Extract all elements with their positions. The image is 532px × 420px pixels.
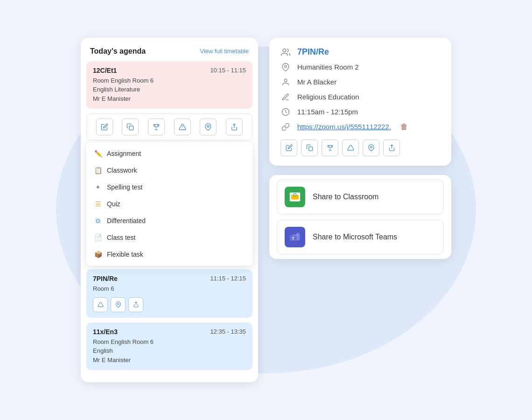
right-column: 7PIN/Re Humanities Room 2 Mr A Blacker R… xyxy=(269,38,451,259)
lesson2-alert-icon[interactable] xyxy=(93,297,108,312)
dropdown-flexible-task[interactable]: 📦 Flexible task xyxy=(86,246,252,263)
dropdown-classwork[interactable]: 📋 Classwork xyxy=(86,162,252,179)
pin-icon[interactable] xyxy=(200,119,217,135)
left-panel: Today's agenda View full timetable 12C/E… xyxy=(81,38,258,383)
quiz-icon: ☰ xyxy=(94,200,102,208)
dropdown-class-test[interactable]: 📄 Class test xyxy=(86,229,252,246)
subject-text: Religious Education xyxy=(297,93,359,101)
edit-icon[interactable] xyxy=(96,119,113,135)
lesson2-share-icon[interactable] xyxy=(128,297,143,312)
lesson-2-mini-actions xyxy=(93,297,246,312)
info-share-icon[interactable] xyxy=(383,140,400,156)
lesson-card-1: 12C/Et1 10:15 - 11:15 Room English Room … xyxy=(86,61,252,109)
lesson-1-room: Room English Room 6 xyxy=(93,76,246,85)
people-icon xyxy=(280,47,291,57)
share-to-teams-button[interactable]: T Share to Microsoft Teams xyxy=(277,220,444,254)
svg-point-4 xyxy=(207,126,209,127)
lesson-3-class: 11x/En3 xyxy=(93,328,118,336)
time-row: 11:15am - 12:15pm xyxy=(280,107,440,117)
svg-point-10 xyxy=(284,79,287,82)
lesson-1-teacher: Mr E Manister xyxy=(93,94,246,104)
location-icon xyxy=(280,62,291,72)
agenda-title: Today's agenda xyxy=(90,47,146,56)
assignment-label: Assignment xyxy=(107,150,141,157)
share-to-classroom-button[interactable]: Share to Classroom xyxy=(277,180,444,214)
dropdown-spelling-test[interactable]: ✦ Spelling test xyxy=(86,179,252,196)
flexible-task-label: Flexible task xyxy=(107,251,143,258)
svg-text:T: T xyxy=(292,236,295,240)
lesson-1-action-bar xyxy=(86,113,252,140)
class-test-label: Class test xyxy=(107,234,135,241)
info-edit-icon[interactable] xyxy=(280,140,297,156)
svg-rect-0 xyxy=(129,126,133,130)
info-pin-icon[interactable] xyxy=(363,140,379,156)
teacher-row: Mr A Blacker xyxy=(280,77,440,87)
lesson-1-class: 12C/Et1 xyxy=(93,67,117,74)
time-text: 11:15am - 12:15pm xyxy=(297,108,358,116)
room-row: Humanities Room 2 xyxy=(280,62,440,72)
info-trophy-icon[interactable] xyxy=(322,140,338,156)
classwork-icon: 📋 xyxy=(94,166,102,175)
main-container: Today's agenda View full timetable 12C/E… xyxy=(81,38,451,383)
share-card: Share to Classroom T Share to Microsoft xyxy=(269,175,451,259)
info-alert-icon[interactable] xyxy=(342,140,359,156)
svg-rect-12 xyxy=(308,147,312,151)
delete-link-icon[interactable]: 🗑 xyxy=(400,123,408,131)
microsoft-teams-icon: T xyxy=(285,227,305,247)
differentiated-icon: ⧉ xyxy=(94,217,102,225)
clock-icon xyxy=(280,107,291,117)
quiz-label: Quiz xyxy=(107,200,120,208)
google-classroom-icon xyxy=(285,187,305,207)
lesson-card-1-header: 12C/Et1 10:15 - 11:15 xyxy=(93,67,246,74)
lesson-card-2-header: 7PIN/Re 11:15 - 12:15 xyxy=(93,275,246,282)
agenda-header: Today's agenda View full timetable xyxy=(81,38,258,61)
dropdown-assignment[interactable]: ✏️ Assignment xyxy=(86,145,252,162)
share-teams-label: Share to Microsoft Teams xyxy=(313,233,397,241)
class-test-icon: 📄 xyxy=(94,233,102,242)
class-name-row: 7PIN/Re xyxy=(280,47,440,57)
share-icon[interactable] xyxy=(226,119,243,135)
svg-point-9 xyxy=(285,65,287,68)
lesson-1-subject: English Literature xyxy=(93,85,246,94)
lesson-card-3: 11x/En3 12:35 - 13:35 Room English Room … xyxy=(86,322,252,371)
spelling-test-icon: ✦ xyxy=(94,183,102,191)
person-icon xyxy=(280,77,291,87)
svg-point-6 xyxy=(117,303,119,305)
link-icon xyxy=(280,122,291,132)
lesson-2-class: 7PIN/Re xyxy=(93,275,118,282)
lesson-2-room: Room 6 xyxy=(93,284,246,294)
lesson-card-3-header: 11x/En3 12:35 - 13:35 xyxy=(93,328,246,336)
view-full-timetable-link[interactable]: View full timetable xyxy=(200,48,249,55)
lesson-3-room: Room English Room 6 xyxy=(93,337,246,347)
alert-icon[interactable] xyxy=(174,119,191,135)
lesson-card-2: 7PIN/Re 11:15 - 12:15 Room 6 xyxy=(86,269,252,318)
teacher-text: Mr A Blacker xyxy=(297,78,336,86)
zoom-row: https://zoom.us/j/5551112222. 🗑 xyxy=(280,122,440,132)
info-copy-icon[interactable] xyxy=(301,140,318,156)
lesson-2-time: 11:15 - 12:15 xyxy=(210,275,246,282)
class-info-card: 7PIN/Re Humanities Room 2 Mr A Blacker R… xyxy=(269,38,451,166)
lesson-1-time: 10:15 - 11:15 xyxy=(210,67,246,74)
zoom-link[interactable]: https://zoom.us/j/5551112222. xyxy=(297,123,391,131)
svg-point-20 xyxy=(294,194,296,196)
svg-point-27 xyxy=(296,233,299,236)
trophy-icon[interactable] xyxy=(148,119,165,135)
dropdown-differentiated[interactable]: ⧉ Differentiated xyxy=(86,212,252,229)
class-name: 7PIN/Re xyxy=(297,47,329,57)
svg-point-8 xyxy=(283,49,286,52)
share-classroom-label: Share to Classroom xyxy=(313,193,378,201)
assignment-icon: ✏️ xyxy=(94,149,102,158)
spelling-test-label: Spelling test xyxy=(107,183,142,191)
differentiated-label: Differentiated xyxy=(107,217,146,224)
copy-icon[interactable] xyxy=(122,119,139,135)
flexible-task-icon: 📦 xyxy=(94,250,102,259)
lesson-3-teacher: Mr E Manister xyxy=(93,356,246,365)
lesson-3-time: 12:35 - 13:35 xyxy=(210,328,246,336)
svg-point-14 xyxy=(370,147,372,148)
info-action-bar xyxy=(280,140,440,156)
pencil-icon xyxy=(280,92,291,102)
room-text: Humanities Room 2 xyxy=(297,63,359,71)
create-dropdown-menu: ✏️ Assignment 📋 Classwork ✦ Spelling tes… xyxy=(86,142,252,266)
dropdown-quiz[interactable]: ☰ Quiz xyxy=(86,196,252,212)
lesson2-pin-icon[interactable] xyxy=(111,297,126,312)
